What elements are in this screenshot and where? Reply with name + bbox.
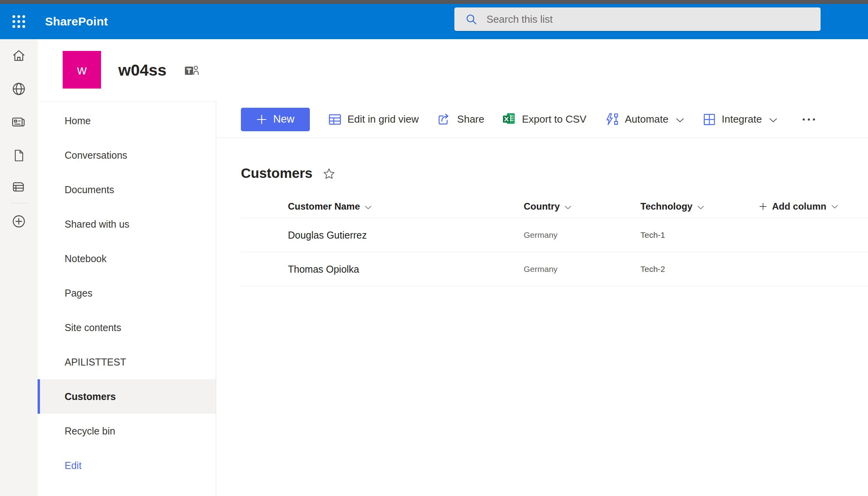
export-to-csv-button[interactable]: Export to CSV — [502, 112, 586, 127]
sidebar-item-label: Shared with us — [65, 219, 129, 230]
site-title[interactable]: w04ss — [118, 39, 166, 101]
site-logo[interactable]: w — [63, 51, 101, 89]
app-launcher-button[interactable] — [5, 9, 32, 34]
left-rail — [0, 39, 38, 496]
rail-globe-button[interactable] — [0, 75, 38, 103]
suite-bar: SharePoint — [0, 4, 868, 39]
sidebar-item-conversations[interactable]: Conversations — [38, 138, 216, 172]
sidebar-item-label: Recycle bin — [65, 425, 115, 437]
favorite-star-button[interactable] — [323, 168, 335, 180]
search-icon — [465, 13, 477, 25]
rail-document-button[interactable] — [0, 141, 38, 170]
add-column-label: Add column — [772, 201, 826, 212]
search-box[interactable] — [454, 7, 821, 31]
plus-icon — [759, 202, 767, 211]
rail-divider — [10, 203, 27, 203]
edit-in-grid-view-button[interactable]: Edit in grid view — [328, 112, 419, 127]
rail-home-button[interactable] — [0, 42, 38, 70]
rail-create-button[interactable] — [0, 207, 38, 235]
plus-icon — [256, 114, 267, 125]
grid-view-icon — [328, 112, 342, 127]
action-label: Share — [457, 113, 484, 125]
sidebar-item-label: APILISTTEST — [65, 357, 126, 368]
chevron-down-icon — [676, 118, 684, 123]
nav-edit-label: Edit — [65, 460, 81, 471]
site-nav: Home Conversations Documents Shared with… — [38, 101, 216, 496]
sidebar-item-home[interactable]: Home — [38, 103, 216, 138]
site-header: w w04ss — [38, 39, 868, 101]
sidebar-item-pages[interactable]: Pages — [38, 276, 216, 310]
table-row[interactable]: Thomas Opiolka Germany Tech-2 — [241, 252, 868, 286]
add-column-button[interactable]: Add column — [759, 195, 838, 218]
sidebar-item-label: Home — [65, 115, 91, 127]
column-label: Country — [524, 201, 560, 212]
table-header-row: Customer Name Country Technology — [241, 195, 868, 218]
nav-edit-link[interactable]: Edit — [38, 448, 216, 483]
chevron-down-icon — [769, 118, 778, 123]
sidebar-item-recycle-bin[interactable]: Recycle bin — [38, 414, 216, 448]
teams-icon — [184, 63, 200, 78]
table-row[interactable]: Douglas Gutierrez Germany Tech-1 — [241, 218, 868, 252]
new-button-label: New — [273, 113, 294, 125]
cell-customer-name[interactable]: Douglas Gutierrez — [288, 218, 367, 252]
document-icon — [12, 149, 25, 162]
command-bar: New Edit in grid view Share — [217, 101, 868, 138]
sidebar-item-label: Pages — [65, 288, 92, 299]
cell-technology: Tech-1 — [640, 218, 665, 252]
share-icon — [437, 112, 452, 127]
action-label: Automate — [625, 113, 668, 125]
sidebar-item-customers[interactable]: Customers — [38, 379, 216, 414]
integrate-button[interactable]: Integrate — [702, 112, 778, 127]
star-icon — [323, 168, 335, 180]
rail-news-button[interactable] — [0, 108, 38, 136]
cell-technology: Tech-2 — [640, 252, 665, 286]
sidebar-item-notebook[interactable]: Notebook — [38, 241, 216, 276]
cell-country: Germany — [524, 218, 557, 252]
sidebar-item-label: Notebook — [65, 253, 107, 264]
sidebar-item-label: Customers — [65, 391, 116, 402]
chevron-down-icon — [831, 205, 838, 209]
share-button[interactable]: Share — [437, 112, 484, 127]
column-header-country[interactable]: Country — [524, 195, 571, 218]
column-label: Customer Name — [288, 201, 360, 212]
integrate-icon — [702, 112, 716, 127]
action-label: Edit in grid view — [347, 113, 419, 125]
sidebar-item-site-contents[interactable]: Site contents — [38, 310, 216, 345]
column-header-technology[interactable]: Technology — [640, 195, 704, 218]
news-icon — [11, 115, 26, 130]
ellipsis-icon — [802, 118, 816, 121]
automate-button[interactable]: Automate — [604, 112, 684, 127]
page-title: Customers — [241, 165, 313, 181]
lists-icon — [11, 179, 26, 194]
sidebar-item-shared-with-us[interactable]: Shared with us — [38, 207, 216, 241]
sidebar-item-documents[interactable]: Documents — [38, 172, 216, 207]
column-label: Technology — [640, 201, 693, 212]
excel-icon — [502, 112, 516, 127]
automate-icon — [604, 112, 619, 127]
action-label: Export to CSV — [522, 113, 586, 125]
more-options-button[interactable] — [798, 114, 820, 125]
rail-lists-button[interactable] — [0, 173, 38, 201]
cell-country: Germany — [524, 252, 557, 286]
chevron-down-icon — [697, 205, 704, 210]
column-header-customer-name[interactable]: Customer Name — [288, 195, 372, 218]
chevron-down-icon — [365, 205, 372, 210]
cell-customer-name[interactable]: Thomas Opiolka — [288, 252, 359, 286]
site-logo-letter: w — [77, 62, 87, 78]
new-button[interactable]: New — [241, 108, 310, 131]
chevron-down-icon — [564, 205, 571, 210]
plus-circle-icon — [11, 214, 26, 229]
sidebar-item-label: Site contents — [65, 322, 121, 333]
sidebar-item-label: Conversations — [65, 150, 127, 161]
sidebar-item-label: Documents — [65, 184, 114, 196]
app-brand: SharePoint — [45, 4, 108, 39]
list-area: Customers Customer Name Country — [217, 165, 868, 286]
search-input[interactable] — [486, 7, 821, 31]
window-top-strip — [0, 0, 868, 4]
main-content: New Edit in grid view Share — [217, 101, 868, 496]
globe-icon — [11, 81, 26, 96]
home-icon — [12, 49, 26, 63]
sidebar-item-apilisttest[interactable]: APILISTTEST — [38, 345, 216, 379]
list-table: Customer Name Country Technology — [241, 195, 868, 286]
waffle-icon — [11, 14, 26, 29]
